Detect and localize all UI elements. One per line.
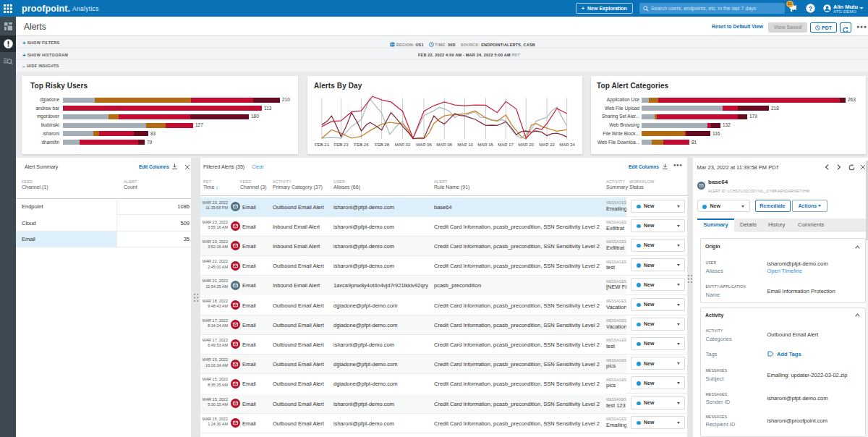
svg-text:?: ? [809, 5, 812, 12]
